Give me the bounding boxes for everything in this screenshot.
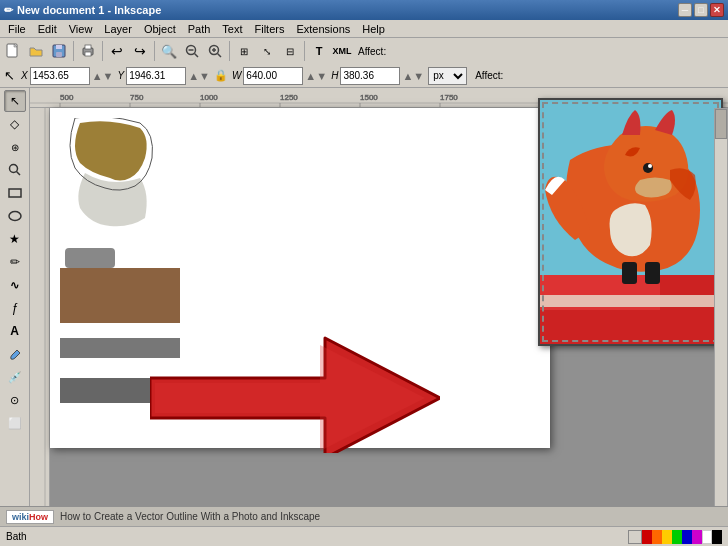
close-button[interactable]: ✕ (710, 3, 724, 17)
separator-3 (154, 41, 155, 61)
pencil-tool-btn[interactable]: ✏ (4, 251, 26, 273)
svg-rect-37 (540, 295, 723, 307)
menu-edit[interactable]: Edit (32, 22, 63, 36)
x-coord-input: X ▲▼ (21, 67, 113, 85)
svg-rect-3 (56, 52, 62, 57)
status-text: Bath (6, 531, 27, 542)
title-bar: ✏ New document 1 - Inkscape ─ □ ✕ (0, 0, 728, 20)
menu-layer[interactable]: Layer (98, 22, 138, 36)
svg-line-15 (16, 172, 20, 176)
maximize-button[interactable]: □ (694, 3, 708, 17)
separator-2 (102, 41, 103, 61)
tb-save[interactable] (48, 40, 70, 62)
svg-line-8 (195, 54, 199, 58)
svg-line-11 (218, 54, 222, 58)
tb-xml[interactable]: XML (331, 40, 353, 62)
wikihow-bar: wikiHow How to Create a Vector Outline W… (0, 506, 728, 526)
svg-text:1500: 1500 (360, 93, 378, 102)
h-field[interactable] (340, 67, 400, 85)
shadow-3 (60, 378, 180, 403)
separator-1 (73, 41, 74, 61)
color-palette[interactable] (628, 530, 722, 544)
calligraphy-tool-btn[interactable]: ƒ (4, 297, 26, 319)
svg-rect-40 (622, 262, 637, 284)
svg-text:500: 500 (60, 93, 74, 102)
eyedropper-tool-btn[interactable]: 💉 (4, 366, 26, 388)
menu-path[interactable]: Path (182, 22, 217, 36)
pen-tool-btn[interactable]: ∿ (4, 274, 26, 296)
canvas-area[interactable]: 500 750 1000 1250 1500 1750 (30, 88, 728, 544)
tb-node-edit[interactable]: T (308, 40, 330, 62)
left-artwork-group (60, 118, 175, 438)
w-field[interactable] (243, 67, 303, 85)
scrollbar-vertical[interactable] (714, 108, 728, 530)
palette-purple[interactable] (692, 530, 702, 544)
tb-print[interactable] (77, 40, 99, 62)
palette-green[interactable] (672, 530, 682, 544)
palette-white[interactable] (702, 530, 712, 544)
wikihow-article-title: How to Create a Vector Outline With a Ph… (60, 511, 320, 522)
menu-object[interactable]: Object (138, 22, 182, 36)
text-tool-btn[interactable]: A (4, 320, 26, 342)
svg-rect-5 (85, 45, 91, 49)
minimize-button[interactable]: ─ (678, 3, 692, 17)
menu-bar: File Edit View Layer Object Path Text Fi… (0, 20, 728, 38)
tb-zoom-fit[interactable] (204, 40, 226, 62)
svg-point-38 (643, 163, 653, 173)
separator-4 (229, 41, 230, 61)
x-label: X (21, 70, 28, 81)
fill-tool-btn[interactable] (4, 343, 26, 365)
rect-tool-btn[interactable] (4, 182, 26, 204)
w-label: W (232, 70, 241, 81)
tb-redo[interactable]: ↪ (129, 40, 151, 62)
eraser-tool-btn[interactable]: ⬜ (4, 412, 26, 434)
left-toolbox: ↖ ◇ ⊛ ★ ✏ ∿ ƒ A 💉 ⊙ ⬜ (0, 88, 30, 544)
document-canvas[interactable] (50, 108, 550, 448)
svg-point-14 (9, 165, 17, 173)
tb-zoom-out[interactable] (181, 40, 203, 62)
tb-select-all[interactable]: ⊞ (233, 40, 255, 62)
menu-view[interactable]: View (63, 22, 99, 36)
star-tool-btn[interactable]: ★ (4, 228, 26, 250)
ground-shape (60, 268, 180, 323)
unit-select[interactable]: px mm cm in (428, 67, 467, 85)
tb-zoom-in[interactable]: 🔍 (158, 40, 180, 62)
menu-text[interactable]: Text (216, 22, 248, 36)
spray-tool-btn[interactable]: ⊙ (4, 389, 26, 411)
zoom-tool-btn[interactable] (4, 159, 26, 181)
tb-open[interactable] (25, 40, 47, 62)
svg-text:1750: 1750 (440, 93, 458, 102)
tb-undo[interactable]: ↩ (106, 40, 128, 62)
fox-illustration (540, 100, 723, 346)
palette-orange[interactable] (652, 530, 662, 544)
y-field[interactable] (126, 67, 186, 85)
tb-align[interactable]: ⊟ (279, 40, 301, 62)
tb-transform[interactable]: ⤡ (256, 40, 278, 62)
palette-yellow[interactable] (662, 530, 672, 544)
palette-black[interactable] (712, 530, 722, 544)
tb-new[interactable] (2, 40, 24, 62)
ruler-vertical (30, 108, 50, 544)
ellipse-tool-btn[interactable] (4, 205, 26, 227)
menu-help[interactable]: Help (356, 22, 391, 36)
svg-text:1250: 1250 (280, 93, 298, 102)
x-field[interactable] (30, 67, 90, 85)
svg-rect-6 (85, 52, 91, 56)
palette-blue[interactable] (682, 530, 692, 544)
affect-label-2: Affect: (475, 70, 503, 81)
affect-label: Affect: (358, 46, 386, 57)
menu-file[interactable]: File (2, 22, 32, 36)
wikihow-logo: wikiHow (6, 510, 54, 524)
palette-none[interactable] (628, 530, 642, 544)
svg-rect-2 (56, 45, 62, 49)
menu-extensions[interactable]: Extensions (290, 22, 356, 36)
window-controls: ─ □ ✕ (678, 3, 724, 17)
svg-point-39 (648, 164, 652, 168)
node-tool-btn[interactable]: ◇ (4, 113, 26, 135)
select-tool-btn[interactable]: ↖ (4, 90, 26, 112)
tweak-tool-btn[interactable]: ⊛ (4, 136, 26, 158)
h-label: H (331, 70, 338, 81)
svg-rect-41 (645, 262, 660, 284)
palette-red[interactable] (642, 530, 652, 544)
menu-filters[interactable]: Filters (249, 22, 291, 36)
